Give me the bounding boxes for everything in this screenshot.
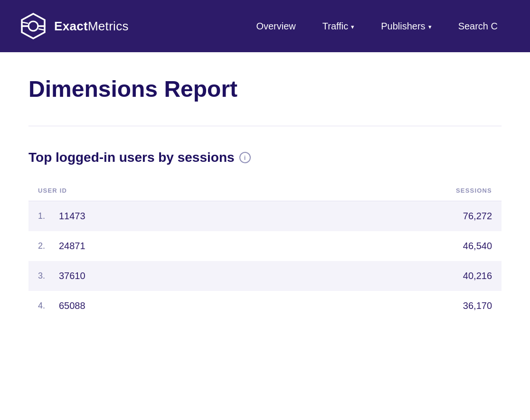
row-left: 4. 65088 (38, 300, 397, 311)
row-rank: 4. (38, 301, 51, 311)
info-icon[interactable]: i (239, 152, 251, 163)
nav-label-publishers: Publishers (381, 21, 425, 32)
row-user-id: 11473 (59, 211, 85, 222)
nav-item-overview[interactable]: Overview (243, 0, 309, 52)
row-sessions: 76,272 (397, 211, 492, 222)
row-user-id: 65088 (59, 300, 85, 311)
row-rank: 2. (38, 241, 51, 251)
col-header-sessions: SESSIONS (397, 187, 492, 194)
col-header-userid: USER ID (38, 187, 397, 194)
page-title: Dimensions Report (28, 76, 502, 102)
table-row: 1. 11473 76,272 (28, 201, 502, 231)
svg-line-4 (23, 22, 28, 23)
nav-item-search[interactable]: Search C (445, 0, 511, 52)
section-divider (28, 126, 502, 126)
row-rank: 1. (38, 211, 51, 221)
main-content: Dimensions Report Top logged-in users by… (0, 52, 530, 349)
row-user-id: 37610 (59, 271, 85, 281)
table-row: 2. 24871 46,540 (28, 231, 502, 261)
row-sessions: 40,216 (397, 271, 492, 281)
row-sessions: 46,540 (397, 241, 492, 252)
row-left: 3. 37610 (38, 271, 397, 281)
row-left: 2. 24871 (38, 241, 397, 252)
table-row: 4. 65088 36,170 (28, 291, 502, 321)
nav-label-traffic: Traffic (322, 21, 348, 32)
data-table: USER ID SESSIONS 1. 11473 76,272 2. 2487… (28, 182, 502, 321)
row-sessions: 36,170 (397, 300, 492, 311)
nav-label-search: Search C (458, 21, 498, 32)
svg-point-1 (28, 21, 38, 31)
section-header: Top logged-in users by sessions i (28, 150, 502, 165)
nav-item-publishers[interactable]: Publishers ▾ (368, 0, 445, 52)
row-user-id: 24871 (59, 241, 85, 252)
header: ExactMetrics Overview Traffic ▾ Publishe… (0, 0, 530, 52)
section-title: Top logged-in users by sessions (28, 150, 235, 165)
table-header: USER ID SESSIONS (28, 182, 502, 201)
table-row: 3. 37610 40,216 (28, 261, 502, 291)
chevron-down-icon: ▾ (428, 23, 432, 30)
nav-label-overview: Overview (256, 21, 295, 32)
row-rank: 3. (38, 271, 51, 281)
main-nav: Overview Traffic ▾ Publishers ▾ Search C (243, 0, 511, 52)
row-left: 1. 11473 (38, 211, 397, 222)
chevron-down-icon: ▾ (351, 23, 354, 30)
nav-item-traffic[interactable]: Traffic ▾ (309, 0, 368, 52)
logo-icon (19, 12, 47, 40)
logo[interactable]: ExactMetrics (19, 12, 129, 40)
svg-line-5 (39, 29, 44, 30)
logo-text: ExactMetrics (54, 19, 129, 34)
